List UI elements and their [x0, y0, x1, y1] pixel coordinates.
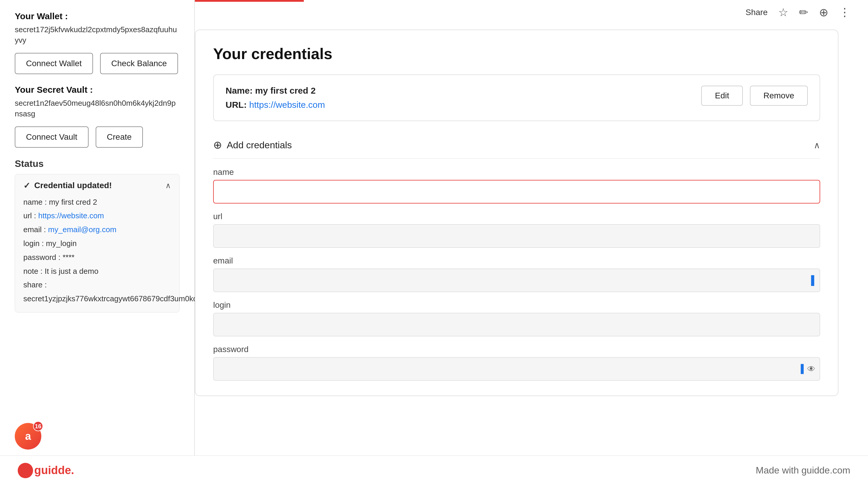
url-field-label: url: [213, 212, 820, 221]
credential-actions: Edit Remove: [701, 86, 808, 106]
avatar-row: a 16: [15, 423, 41, 450]
login-input[interactable]: [213, 313, 820, 336]
github-icon[interactable]: ⊕: [819, 6, 829, 19]
login-field-group: login: [213, 300, 820, 336]
made-with-text: Made with guidde.com: [756, 465, 850, 476]
name-value: my first cred 2: [255, 86, 316, 95]
password-eye-icon[interactable]: 👁: [807, 364, 815, 374]
credentials-panel: Your credentials Name: my first cred 2 U…: [195, 30, 838, 396]
connect-wallet-button[interactable]: Connect Wallet: [15, 53, 93, 74]
wallet-btn-row: Connect Wallet Check Balance: [15, 53, 180, 74]
status-check-row: ✓ Credential updated!: [23, 181, 112, 190]
password-input[interactable]: [213, 357, 820, 381]
guidde-dot: [18, 463, 33, 478]
share-button[interactable]: Share: [745, 8, 768, 17]
password-field-group: password ▐ 👁: [213, 345, 820, 381]
status-name: name : my first cred 2: [23, 195, 171, 209]
vault-value: secret1n2faev50meug48l6sn0h0m6k4ykj2dn9p…: [15, 98, 180, 119]
check-balance-button[interactable]: Check Balance: [100, 53, 178, 74]
email-input[interactable]: [213, 269, 820, 292]
plus-circle-icon: ⊕: [213, 139, 222, 151]
guidde-text: guidde.: [34, 464, 74, 477]
status-share-row: share : secret1yzjpzjks776wkxtrcagywt667…: [23, 278, 171, 306]
credential-url-link[interactable]: https://website.com: [249, 100, 325, 110]
credentials-title: Your credentials: [213, 45, 820, 63]
add-credentials-header[interactable]: ⊕ Add credentials ∧: [213, 132, 820, 159]
credential-updated-text: Credential updated!: [34, 181, 112, 190]
status-title: Status: [15, 158, 180, 169]
name-input[interactable]: [213, 180, 820, 204]
url-label: URL:: [225, 100, 247, 110]
status-login: login : my_login: [23, 237, 171, 250]
connect-vault-button[interactable]: Connect Vault: [15, 126, 89, 148]
edit-credential-button[interactable]: Edit: [701, 86, 743, 106]
sidebar: Your Wallet : secret172j5kfvwkudzl2cpxtm…: [0, 0, 195, 485]
vault-label: Your Secret Vault :: [15, 85, 180, 95]
credential-item: Name: my first cred 2 URL: https://websi…: [213, 74, 820, 121]
status-url-row: url : https://website.com: [23, 209, 171, 223]
create-button[interactable]: Create: [96, 126, 143, 148]
login-field-label: login: [213, 300, 820, 310]
guidde-logo[interactable]: guidde.: [18, 463, 74, 478]
email-input-wrapper: ▐: [213, 269, 820, 292]
wallet-label: Your Wallet :: [15, 11, 180, 21]
name-field-label: name: [213, 168, 820, 177]
add-credentials-label: Add credentials: [227, 140, 292, 151]
status-email-link[interactable]: my_email@org.com: [48, 225, 117, 234]
top-actions: Share ☆ ✏ ⊕ ⋮: [745, 6, 850, 19]
credential-url-row: URL: https://website.com: [225, 100, 701, 110]
credential-name-row: Name: my first cred 2: [225, 86, 701, 96]
credential-info: Name: my first cred 2 URL: https://websi…: [225, 86, 701, 110]
email-autofill-icon[interactable]: ▐: [808, 275, 814, 285]
chevron-up-main-icon[interactable]: ∧: [814, 140, 820, 150]
remove-credential-button[interactable]: Remove: [750, 86, 808, 106]
wallet-section: Your Wallet : secret172j5kfvwkudzl2cpxtm…: [15, 11, 180, 74]
password-icons: ▐ 👁: [798, 364, 815, 374]
status-url-link[interactable]: https://website.com: [38, 211, 104, 220]
add-credentials-left: ⊕ Add credentials: [213, 139, 292, 151]
password-autofill-icon[interactable]: ▐: [798, 364, 804, 374]
status-email-row: email : my_email@org.com: [23, 223, 171, 237]
password-field-label: password: [213, 345, 820, 354]
star-icon[interactable]: ☆: [778, 6, 788, 19]
add-credentials-section: ⊕ Add credentials ∧ name url email ▐: [213, 132, 820, 381]
status-header: ✓ Credential updated! ∧: [23, 181, 171, 190]
name-label: Name:: [225, 86, 253, 95]
email-field-label: email: [213, 256, 820, 266]
status-password: password : ****: [23, 250, 171, 264]
status-section: Status ✓ Credential updated! ∧ name : my…: [15, 158, 180, 312]
vault-section: Your Secret Vault : secret1n2faev50meug4…: [15, 85, 180, 148]
chevron-up-icon[interactable]: ∧: [165, 181, 171, 190]
credential-form: name url email ▐ login: [213, 168, 820, 381]
avatar: a 16: [15, 423, 41, 450]
url-field-group: url: [213, 212, 820, 248]
status-card: ✓ Credential updated! ∧ name : my first …: [15, 174, 180, 312]
status-details: name : my first cred 2 url : https://web…: [23, 195, 171, 306]
edit-icon[interactable]: ✏: [799, 6, 808, 19]
email-field-group: email ▐: [213, 256, 820, 292]
wallet-value: secret172j5kfvwkudzl2cpxtmdy5pxes8azqfuu…: [15, 24, 180, 46]
more-icon[interactable]: ⋮: [839, 6, 850, 19]
password-input-wrapper: ▐ 👁: [213, 357, 820, 381]
name-field-group: name: [213, 168, 820, 204]
notification-badge: 16: [33, 421, 43, 431]
vault-btn-row: Connect Vault Create: [15, 126, 180, 148]
bottom-bar: guidde. Made with guidde.com: [0, 455, 868, 485]
status-note: note : It is just a demo: [23, 264, 171, 278]
avatar-initial: a: [25, 430, 31, 443]
status-share-value: secret1yzjpzjks776wkxtrcagywt6678679cdf3…: [23, 294, 197, 303]
checkmark-icon: ✓: [23, 181, 30, 190]
url-input[interactable]: [213, 224, 820, 248]
